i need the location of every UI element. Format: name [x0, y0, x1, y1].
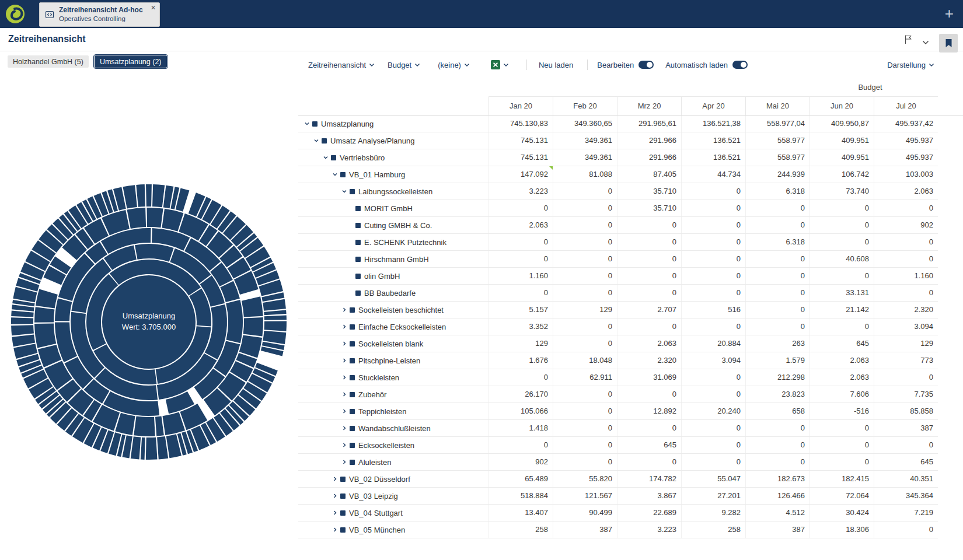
chevron-down-icon[interactable]	[332, 172, 339, 177]
value-cell[interactable]: 7.735	[874, 386, 938, 402]
tree-cell[interactable]: VB_05 München	[298, 522, 489, 538]
value-cell[interactable]: 658	[745, 403, 810, 419]
value-cell[interactable]: 44.734	[681, 166, 745, 183]
value-cell[interactable]: 2.320	[617, 352, 681, 369]
autoload-toggle[interactable]	[732, 61, 748, 69]
tree-label[interactable]: Aluleisten	[358, 458, 391, 467]
tree-label[interactable]: Umsatzplanung	[321, 120, 374, 128]
chevron-right-icon[interactable]	[341, 408, 348, 414]
value-cell[interactable]: 645	[874, 454, 938, 470]
value-cell[interactable]: 18.306	[810, 522, 874, 538]
tree-cell[interactable]: Teppichleisten	[298, 403, 489, 419]
value-cell[interactable]: 0	[681, 386, 745, 402]
value-cell[interactable]: 558.977	[745, 149, 810, 166]
sunburst-chart[interactable]: Umsatzplanung Wert: 3.705.000	[9, 182, 289, 462]
chevron-right-icon[interactable]	[332, 493, 339, 499]
value-cell[interactable]: 1.160	[489, 268, 553, 284]
value-cell[interactable]: 40.351	[874, 471, 938, 487]
value-cell[interactable]: 291.966	[617, 149, 681, 166]
value-cell[interactable]: 3.094	[681, 352, 745, 369]
tree-cell[interactable]: E. SCHENK Putztechnik	[298, 234, 489, 250]
chevron-right-icon[interactable]	[332, 527, 339, 533]
value-cell[interactable]: 0	[681, 268, 745, 284]
tree-label[interactable]: olin GmbH	[364, 272, 400, 281]
value-cell[interactable]: 0	[810, 437, 874, 453]
value-cell[interactable]: 409.950,87	[810, 116, 874, 132]
tree-label[interactable]: Zubehör	[358, 390, 386, 399]
value-cell[interactable]: 0	[553, 403, 617, 419]
tree-label[interactable]: Laibungssockelleisten	[358, 187, 432, 196]
value-cell[interactable]: 0	[745, 268, 810, 284]
value-cell[interactable]: 409.951	[810, 149, 874, 166]
tree-cell[interactable]: Pitschpine-Leisten	[298, 352, 489, 369]
value-cell[interactable]: 0	[681, 234, 745, 250]
value-cell[interactable]: 3.223	[617, 522, 681, 538]
value-cell[interactable]: 0	[553, 420, 617, 436]
value-cell[interactable]: 106.742	[810, 166, 874, 183]
value-cell[interactable]: 2.063	[810, 352, 874, 369]
value-cell[interactable]: 0	[489, 285, 553, 301]
value-cell[interactable]: 0	[553, 454, 617, 470]
value-cell[interactable]: 7.219	[874, 505, 938, 521]
flag-icon[interactable]	[903, 34, 913, 47]
value-cell[interactable]: 518.884	[489, 488, 553, 504]
value-cell[interactable]: 0	[874, 200, 938, 216]
tab-close-icon[interactable]: ×	[151, 3, 155, 12]
value-cell[interactable]: 0	[745, 420, 810, 436]
value-cell[interactable]: 2.320	[874, 302, 938, 318]
value-cell[interactable]: 0	[874, 285, 938, 301]
value-cell[interactable]: 55.820	[553, 471, 617, 487]
value-cell[interactable]: 745.130,83	[489, 116, 553, 132]
tree-cell[interactable]: VB_04 Stuttgart	[298, 505, 489, 521]
tree-cell[interactable]: Ecksockelleisten	[298, 437, 489, 453]
value-cell[interactable]: 345.364	[874, 488, 938, 504]
value-cell[interactable]: 0	[681, 200, 745, 216]
value-cell[interactable]: 9.282	[681, 505, 745, 521]
filter-dropdown[interactable]: (keine)	[438, 61, 470, 69]
value-cell[interactable]: 3.223	[489, 183, 553, 200]
tree-cell[interactable]: VB_03 Leipzig	[298, 488, 489, 504]
value-cell[interactable]: 85.858	[874, 403, 938, 419]
value-cell[interactable]: 30.424	[810, 505, 874, 521]
value-cell[interactable]: 0	[681, 369, 745, 386]
value-cell[interactable]: 90.499	[553, 505, 617, 521]
value-cell[interactable]: 0	[617, 251, 681, 267]
value-cell[interactable]: 62.911	[553, 369, 617, 386]
value-cell[interactable]: 0	[617, 454, 681, 470]
value-cell[interactable]: 4.512	[745, 505, 810, 521]
value-cell[interactable]: 0	[681, 285, 745, 301]
value-cell[interactable]: 212.298	[745, 369, 810, 386]
value-cell[interactable]: 0	[489, 369, 553, 386]
chevron-right-icon[interactable]	[341, 425, 348, 431]
value-cell[interactable]: 1.418	[489, 420, 553, 436]
tree-cell[interactable]: Einfache Ecksockelleisten	[298, 318, 489, 335]
value-cell[interactable]: 129	[489, 335, 553, 352]
value-cell[interactable]: 21.142	[810, 302, 874, 318]
value-cell[interactable]: 0	[553, 268, 617, 284]
chevron-right-icon[interactable]	[341, 341, 348, 346]
tree-cell[interactable]: Sockelleisten blank	[298, 335, 489, 352]
value-cell[interactable]: 0	[553, 386, 617, 402]
tree-label[interactable]: Cuting GMBH & Co.	[364, 221, 432, 230]
tree-cell[interactable]: Wandabschlußleisten	[298, 420, 489, 436]
value-cell[interactable]: 105.066	[489, 403, 553, 419]
chevron-down-icon[interactable]	[341, 188, 348, 194]
value-cell[interactable]: 0	[810, 217, 874, 233]
value-cell[interactable]: 516	[681, 302, 745, 318]
value-cell[interactable]: 0	[617, 217, 681, 233]
value-cell[interactable]: 0	[745, 285, 810, 301]
value-cell[interactable]: 182.673	[745, 471, 810, 487]
value-cell[interactable]: 87.405	[617, 166, 681, 183]
value-cell[interactable]: 0	[745, 251, 810, 267]
chevron-right-icon[interactable]	[341, 459, 348, 465]
tree-cell[interactable]: Cuting GMBH & Co.	[298, 217, 489, 233]
value-cell[interactable]: 0	[617, 268, 681, 284]
value-cell[interactable]: 0	[810, 454, 874, 470]
value-cell[interactable]: 745.131	[489, 132, 553, 149]
edit-toggle[interactable]	[638, 61, 654, 69]
tree-label[interactable]: Hirschmann GmbH	[364, 255, 429, 264]
value-cell[interactable]: 349.361	[553, 132, 617, 149]
value-cell[interactable]: 2.063	[874, 183, 938, 200]
value-cell[interactable]: 0	[745, 217, 810, 233]
value-cell[interactable]: 0	[489, 251, 553, 267]
